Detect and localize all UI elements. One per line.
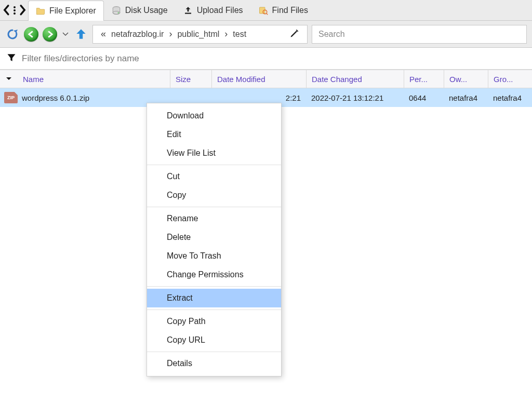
menu-copy-url[interactable]: Copy URL — [147, 331, 281, 349]
menu-rename[interactable]: Rename — [147, 209, 281, 228]
menu-cut[interactable]: Cut — [147, 167, 281, 186]
tab-find-files[interactable]: Find Files — [251, 0, 316, 20]
tab-label: File Explorer — [49, 6, 96, 16]
svg-point-1 — [14, 9, 16, 11]
folder-icon — [36, 6, 45, 16]
tab-disk-usage[interactable]: Disk Usage — [104, 0, 176, 20]
sort-toggle[interactable] — [0, 70, 18, 88]
file-name-text: wordpress 6.0.1.zip — [22, 93, 89, 102]
tab-label: Upload Files — [197, 6, 243, 15]
toolbar: « netafrazblog.ir › public_html › test — [0, 21, 532, 48]
menu-separator — [147, 207, 281, 207]
menu-copy-path[interactable]: Copy Path — [147, 312, 281, 331]
context-menu: Download Edit View File List Cut Copy Re… — [147, 103, 282, 376]
menu-details[interactable]: Details — [147, 354, 281, 373]
reload-button[interactable] — [5, 27, 20, 42]
file-perm-cell: 0644 — [404, 93, 444, 102]
svg-point-2 — [14, 12, 16, 15]
menu-separator — [147, 165, 281, 165]
forward-button[interactable] — [43, 27, 57, 42]
svg-point-0 — [14, 6, 16, 8]
menu-move-to-trash[interactable]: Move To Trash — [147, 247, 281, 265]
find-files-icon — [259, 6, 268, 15]
menu-extract[interactable]: Extract — [147, 289, 281, 307]
table-header: Name Size Date Modified Date Changed Per… — [0, 70, 532, 88]
tab-label: Find Files — [272, 6, 308, 15]
tab-history-controls — [3, 4, 28, 17]
menu-delete[interactable]: Delete — [147, 228, 281, 247]
breadcrumb-path: « netafrazblog.ir › public_html › test — [92, 25, 308, 44]
column-size[interactable]: Size — [170, 70, 211, 88]
breadcrumb-overflow-icon[interactable]: « — [99, 29, 108, 39]
menu-download[interactable]: Download — [147, 106, 281, 125]
disk-icon — [112, 6, 121, 15]
search-box[interactable] — [312, 25, 527, 44]
file-name-cell[interactable]: ZIP wordpress 6.0.1.zip — [0, 92, 170, 103]
file-modified-cell: 2:21 — [211, 93, 306, 102]
column-name[interactable]: Name — [18, 70, 170, 88]
filter-input[interactable] — [22, 53, 526, 64]
filter-bar — [0, 48, 532, 70]
edit-path-button[interactable] — [289, 28, 301, 40]
chevron-right-icon: › — [223, 29, 229, 39]
up-directory-button[interactable] — [74, 27, 88, 42]
file-group-cell: netafra4 — [488, 93, 532, 102]
menu-edit[interactable]: Edit — [147, 125, 281, 144]
menu-separator — [147, 286, 281, 287]
tabs: File Explorer Disk Usage Upload Files Fi… — [28, 0, 316, 20]
back-button[interactable] — [24, 27, 38, 42]
filter-icon — [6, 52, 17, 64]
menu-change-permissions[interactable]: Change Permissions — [147, 265, 281, 284]
menu-separator — [147, 352, 281, 352]
upload-icon — [183, 6, 193, 15]
breadcrumb-item[interactable]: netafrazblog.ir — [111, 29, 164, 40]
file-changed-cell: 2022-07-21 13:12:21 — [306, 93, 404, 102]
column-permissions[interactable]: Per... — [404, 70, 444, 88]
column-date-modified[interactable]: Date Modified — [211, 70, 306, 88]
svg-rect-6 — [185, 13, 191, 14]
search-input[interactable] — [318, 30, 520, 39]
column-date-changed[interactable]: Date Changed — [306, 70, 404, 88]
chevron-right-icon: › — [167, 29, 174, 39]
tab-upload-files[interactable]: Upload Files — [176, 0, 251, 20]
tab-forward-button[interactable] — [19, 4, 26, 17]
breadcrumb-item[interactable]: public_html — [177, 29, 220, 40]
tab-back-button[interactable] — [3, 4, 10, 17]
menu-separator — [147, 309, 281, 310]
breadcrumb-item[interactable]: test — [232, 29, 247, 40]
nav-history-dropdown[interactable] — [61, 31, 70, 38]
menu-copy[interactable]: Copy — [147, 186, 281, 205]
svg-point-5 — [117, 12, 118, 13]
column-group[interactable]: Gro... — [488, 70, 532, 88]
column-owner[interactable]: Ow... — [444, 70, 488, 88]
zip-file-icon: ZIP — [4, 92, 18, 103]
file-owner-cell: netafra4 — [444, 93, 488, 102]
tab-bar: File Explorer Disk Usage Upload Files Fi… — [0, 0, 532, 21]
tab-file-explorer[interactable]: File Explorer — [28, 1, 104, 21]
tab-label: Disk Usage — [125, 6, 168, 15]
menu-view-file-list[interactable]: View File List — [147, 144, 281, 163]
tab-menu-button[interactable] — [11, 4, 18, 17]
